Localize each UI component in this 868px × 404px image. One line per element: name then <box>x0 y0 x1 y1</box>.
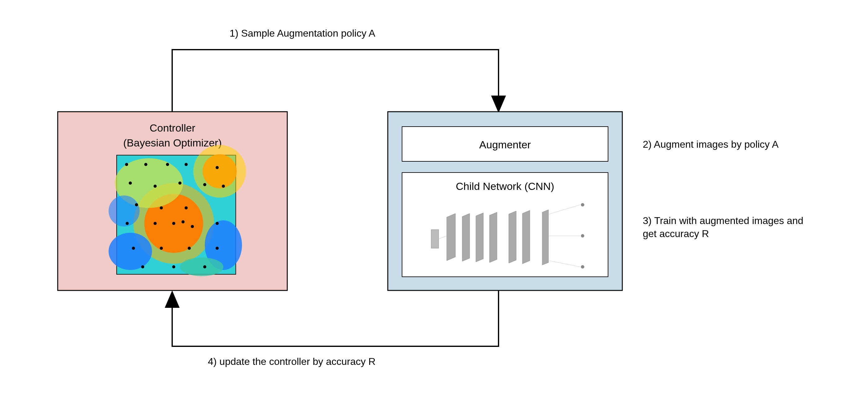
svg-point-9 <box>108 195 140 226</box>
svg-point-15 <box>216 166 219 169</box>
svg-point-20 <box>222 185 225 188</box>
svg-point-7 <box>108 233 152 270</box>
arrow-step1 <box>172 50 498 112</box>
svg-point-26 <box>172 222 175 225</box>
svg-point-5 <box>193 145 246 198</box>
svg-point-33 <box>216 247 219 250</box>
augmenter-label: Augmenter <box>479 139 531 151</box>
svg-point-28 <box>191 225 194 228</box>
svg-rect-37 <box>431 229 439 248</box>
svg-point-17 <box>154 185 157 188</box>
cnn-label: Child Network (CNN) <box>456 180 554 192</box>
svg-point-25 <box>154 222 157 225</box>
svg-point-34 <box>141 265 144 269</box>
svg-point-10 <box>180 257 223 276</box>
svg-point-36 <box>203 265 206 269</box>
step4-label: 4) update the controller by accuracy R <box>208 356 376 367</box>
svg-point-42 <box>581 234 584 237</box>
svg-point-16 <box>129 182 132 185</box>
svg-point-19 <box>203 183 206 186</box>
step2-label: 2) Augment images by policy A <box>643 139 779 150</box>
svg-point-32 <box>188 247 191 250</box>
svg-point-24 <box>126 222 129 225</box>
controller-title-2: (Bayesian Optimizer) <box>123 137 221 149</box>
svg-point-22 <box>160 206 163 210</box>
arrow-step4 <box>172 290 498 346</box>
svg-point-29 <box>216 222 219 225</box>
step1-label: 1) Sample Augmentation policy A <box>229 28 375 39</box>
svg-point-12 <box>144 163 147 166</box>
step3-label-a: 3) Train with augmented images and <box>643 215 804 226</box>
svg-point-13 <box>166 163 169 166</box>
svg-point-23 <box>185 206 188 210</box>
step3-label-b: get accuracy R <box>643 228 709 239</box>
svg-point-18 <box>178 182 182 185</box>
svg-point-43 <box>581 265 584 269</box>
heatmap-illustration <box>108 145 246 276</box>
svg-point-35 <box>172 265 175 269</box>
svg-point-14 <box>185 163 188 166</box>
svg-point-11 <box>125 163 128 166</box>
svg-point-41 <box>581 203 584 206</box>
svg-point-21 <box>135 203 138 206</box>
svg-point-30 <box>132 247 135 250</box>
svg-point-31 <box>160 247 163 250</box>
controller-title-1: Controller <box>150 122 195 134</box>
svg-point-27 <box>182 220 185 223</box>
